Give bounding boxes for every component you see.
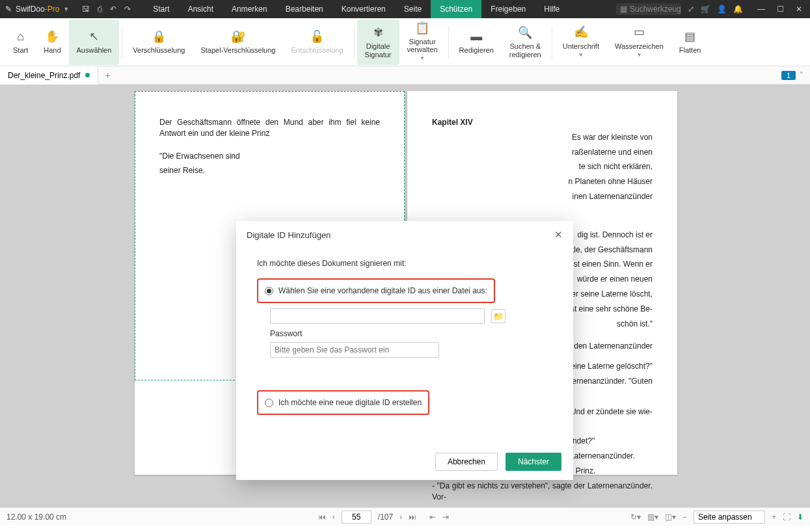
ribbon-decrypt: 🔓Entschlüsselung [283,20,351,65]
chevron-down-icon: ▼ [578,53,584,59]
cancel-button[interactable]: Abbrechen [435,453,498,471]
read-mode-button[interactable]: ◫▾ [665,512,676,522]
ribbon-digital-signature[interactable]: ✾Digitale Signatur [357,20,399,65]
ribbon-batch-encrypt[interactable]: 🔐Stapel-Verschlüsselung [193,20,283,65]
ribbon-search-redact[interactable]: 🔍Suchen & redigieren [502,20,549,65]
menu-anmerken[interactable]: Anmerken [223,0,277,18]
user-icon[interactable]: 👤 [717,5,727,14]
prev-page-button[interactable]: ‹ [332,512,335,522]
first-page-button[interactable]: ⏮ [318,512,326,522]
ribbon-encrypt[interactable]: 🔒Verschlüsselung [125,20,193,65]
radio-new-id[interactable]: Ich möchte eine neue digitale ID erstell… [262,394,424,411]
ribbon-sep [122,26,122,59]
page-input[interactable] [342,511,371,524]
password-label: Passwort [270,329,552,338]
save-icon[interactable]: 🖫 [82,5,90,14]
file-tab[interactable]: Der_kleine_Prinz.pdf [0,66,98,85]
search-input[interactable]: ▦ Suchwerkzeug [616,3,681,15]
expand-icon[interactable]: ⤢ [688,5,694,14]
rotate-button[interactable]: ↻▾ [630,512,641,522]
quick-actions: 🖫 ⎙ ↶ ↷ [74,5,139,14]
next-page-button[interactable]: › [399,512,402,522]
text: inen Laternenanzünder [432,191,653,202]
ribbon-sign[interactable]: ✍Unterschrift▼ [555,20,607,65]
password-input[interactable] [270,342,439,358]
text: raßenlaterne und einen [432,147,653,158]
next-button[interactable]: Nächster [506,453,561,471]
menu-schuetzen[interactable]: Schützen [431,0,481,18]
view-forward-button[interactable]: ⇥ [442,512,449,522]
modal-prompt: Ich möchte dieses Dokument signieren mit… [257,259,552,268]
flatten-icon: ▤ [683,29,697,44]
minimize-icon[interactable]: — [757,5,765,14]
menubar: Start Ansicht Anmerken Bearbeiten Konver… [144,0,610,18]
titlebar-right: ▦ Suchwerkzeug ⤢ 🛒 👤 🔔 [610,3,749,15]
sign-icon: ✍ [574,25,588,40]
text: schrift ist Vorschrift. Guten Tag." [432,506,653,507]
zoom-input[interactable] [694,511,765,524]
menu-seite[interactable]: Seite [395,0,431,18]
ribbon-hand[interactable]: ✋Hand [36,20,68,65]
layout-button[interactable]: ▥▾ [647,512,658,522]
window-controls: — ☐ ✕ [749,5,810,14]
search-placeholder: Suchwerkzeug [630,5,681,14]
menu-freigeben[interactable]: Freigeben [481,0,535,18]
chevron-down-icon: ▼ [420,56,425,62]
chevron-down-icon: ▼ [636,53,641,59]
print-icon[interactable]: ⎙ [98,5,102,14]
app-name: SwifDoo [16,5,45,14]
home-icon: ⌂ [14,29,28,44]
modal-header: Digitale ID Hinzufügen ✕ [236,221,573,248]
chapter-title: Kapitel XIV [432,117,653,128]
text: te sich nicht erklären, [432,161,653,172]
page-badge: 1 [781,71,796,80]
statusbar: 12.00 x 19.00 cm ⏮ ‹ /107 › ⏭ ⇤ ⇥ ↻▾ ▥▾ … [0,507,810,525]
document-viewport[interactable]: Der Geschäftsmann öffnete den Mund aber … [0,85,810,507]
maximize-icon[interactable]: ☐ [777,5,784,14]
ribbon-manage-signature[interactable]: 📋Signatur verwalten▼ [399,20,446,65]
menu-start[interactable]: Start [144,0,178,18]
radio-label: Ich möchte eine neue digitale ID erstell… [278,398,422,407]
bookmark-button[interactable]: ⬇ [797,512,803,522]
redo-icon[interactable]: ↷ [124,5,131,14]
view-controls: ↻▾ ▥▾ ◫▾ − + ⛶ ⬇ [630,511,803,524]
modified-dot-icon [85,73,90,77]
last-page-button[interactable]: ⏭ [409,512,416,522]
menu-bearbeiten[interactable]: Bearbeiten [277,0,332,18]
signature-icon: ✾ [371,25,385,40]
ribbon: ⌂Start ✋Hand ↖Auswählen 🔒Verschlüsselung… [0,18,810,66]
zoom-out-button[interactable]: − [682,512,687,522]
file-tab-label: Der_kleine_Prinz.pdf [8,71,80,80]
menu-hilfe[interactable]: Hilfe [535,0,569,18]
zoom-in-button[interactable]: + [772,512,776,522]
page-nav: ⏮ ‹ /107 › ⏭ ⇤ ⇥ [137,511,630,524]
file-path-input[interactable] [270,308,485,324]
close-icon[interactable]: ✕ [796,5,802,14]
grid-icon: ▦ [620,5,627,14]
view-back-button[interactable]: ⇤ [429,512,436,522]
fullscreen-button[interactable]: ⛶ [783,512,790,522]
text: Es war der kleinste von [432,132,653,143]
collapse-ribbon-icon[interactable]: ˄ [800,71,803,79]
cart-icon[interactable]: 🛒 [701,5,710,14]
ribbon-redact[interactable]: ▬Redigieren [452,20,502,65]
ribbon-sep [552,26,552,59]
browse-button[interactable]: 📁 [491,309,506,323]
app-dropdown-icon[interactable]: ▼ [63,6,69,12]
radio-existing-id[interactable]: Wählen Sie eine vorhandene digitale ID a… [262,282,490,299]
digital-id-modal: Digitale ID Hinzufügen ✕ Ich möchte dies… [236,221,573,480]
menu-ansicht[interactable]: Ansicht [179,0,223,18]
ribbon-start[interactable]: ⌂Start [5,20,36,65]
ribbon-select[interactable]: ↖Auswählen [69,20,120,65]
add-tab-button[interactable]: + [98,70,116,81]
ribbon-watermark[interactable]: ▭Wasserzeichen▼ [607,20,671,65]
modal-close-button[interactable]: ✕ [554,229,563,241]
redact-icon: ▬ [469,29,483,44]
undo-icon[interactable]: ↶ [110,5,116,14]
bell-icon[interactable]: 🔔 [733,5,743,14]
app-title: ✎ SwifDoo-Pro ▼ [0,5,74,14]
tabbar-right: 1 ˄ [775,71,810,80]
cursor-icon: ↖ [87,29,101,44]
ribbon-flatten[interactable]: ▤Flatten [671,20,709,65]
menu-konvertieren[interactable]: Konvertieren [332,0,395,18]
